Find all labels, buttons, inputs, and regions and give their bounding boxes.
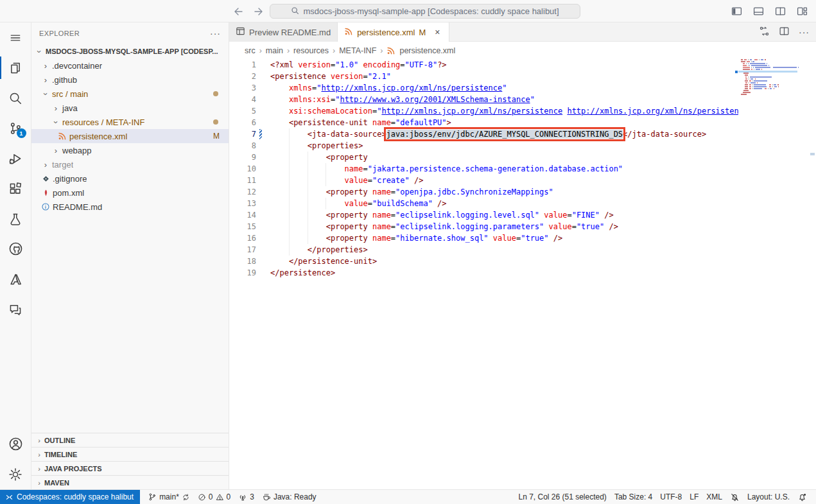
code-line-10[interactable]: 10 name="jakarta.persistence.schema-gene… — [229, 163, 738, 175]
do-not-disturb-icon[interactable] — [730, 492, 740, 502]
code-line-14[interactable]: 14 <property name="eclipselink.logging.l… — [229, 209, 738, 221]
panel-label: OUTLINE — [44, 437, 75, 444]
code-line-7[interactable]: 7 <jta-data-source>java:jboss/env/jdbc/A… — [229, 128, 738, 140]
tree-item-github[interactable]: .github — [31, 73, 229, 87]
comments-icon[interactable] — [0, 294, 31, 324]
explorer-actions-icon[interactable]: ··· — [210, 28, 221, 39]
explorer-icon[interactable] — [0, 53, 31, 83]
open-changes-icon[interactable] — [759, 26, 770, 39]
language-mode-status[interactable]: XML — [706, 492, 722, 501]
breadcrumb-item-main[interactable]: main — [266, 46, 283, 55]
chevron-down-icon — [34, 47, 44, 56]
tree-item-devcontainer[interactable]: .devcontainer — [31, 58, 229, 73]
tree-item-msdocs-jboss-mysql-sample-app-codesp[interactable]: MSDOCS-JBOSS-MYSQL-SAMPLE-APP [CODESP... — [31, 44, 229, 58]
keyboard-layout-status[interactable]: Layout: U.S. — [747, 492, 790, 501]
command-center-text: msdocs-jboss-mysql-sample-app [Codespace… — [303, 6, 559, 16]
line-number: 10 — [229, 163, 256, 175]
xml-file-icon — [56, 132, 68, 141]
tree-item-webapp[interactable]: webapp — [31, 143, 229, 157]
code-line-17[interactable]: 17 </properties> — [229, 244, 738, 256]
line-number: 2 — [229, 71, 256, 82]
tab-label: Preview README.md — [249, 28, 331, 37]
code-line-4[interactable]: 4 xmlns:xsi="http://www.w3.org/2001/XMLS… — [229, 94, 738, 105]
line-number: 12 — [229, 186, 256, 198]
code-line-3[interactable]: 3 xmlns="http://xmlns.jcp.org/xml/ns/per… — [229, 82, 738, 94]
problems-status[interactable]: 0 0 — [198, 492, 230, 501]
code-editor[interactable]: 1<?xml version="1.0" encoding="UTF-8"?>2… — [229, 59, 738, 489]
indent-guide — [289, 244, 290, 256]
code-line-19[interactable]: 19</persistence> — [229, 267, 738, 279]
customize-layout-icon[interactable] — [795, 4, 808, 17]
code-line-12[interactable]: 12 <property name="openjpa.jdbc.Synchron… — [229, 186, 738, 198]
code-line-9[interactable]: 9 <property — [229, 152, 738, 163]
tree-item-resources-meta-inf[interactable]: resources / META-INF — [31, 115, 229, 129]
more-actions-icon[interactable]: ··· — [799, 27, 810, 37]
tree-item-gitignore[interactable]: .gitignore — [31, 171, 229, 186]
code-line-16[interactable]: 16 <property name="hibernate.show_sql" v… — [229, 232, 738, 244]
github-icon[interactable] — [0, 234, 31, 264]
chevron-right-icon — [34, 437, 44, 444]
forward-icon[interactable] — [252, 4, 266, 19]
ports-status[interactable]: 3 — [238, 492, 254, 501]
run-debug-icon[interactable] — [0, 143, 31, 173]
split-editor-icon[interactable] — [779, 26, 790, 39]
cursor-position-status[interactable]: Ln 7, Col 26 (51 selected) — [518, 492, 606, 501]
breadcrumb-item-resources[interactable]: resources — [293, 46, 329, 55]
code-line-1[interactable]: 1<?xml version="1.0" encoding="UTF-8"?> — [229, 59, 738, 71]
code-line-2[interactable]: 2<persistence version="2.1" — [229, 71, 738, 82]
info-file-icon — [41, 202, 50, 211]
back-icon[interactable] — [231, 4, 245, 19]
breadcrumb-item-src[interactable]: src — [245, 46, 256, 55]
remote-indicator[interactable]: Codespaces: cuddly space halibut — [0, 490, 140, 504]
source-control-icon[interactable]: 1 — [0, 113, 31, 143]
tree-item-label: webapp — [61, 146, 92, 155]
tree-item-java[interactable]: java — [31, 101, 229, 115]
tree-item-target[interactable]: target — [31, 157, 229, 171]
code-line-13[interactable]: 13 value="buildSchema" /> — [229, 198, 738, 209]
menu-icon[interactable] — [0, 22, 31, 53]
close-tab-icon[interactable]: × — [432, 27, 442, 37]
panel-timeline[interactable]: TIMELINE — [31, 447, 229, 461]
testing-flask-icon[interactable] — [0, 204, 31, 234]
tree-item-pom-xml[interactable]: pom.xml — [31, 186, 229, 200]
extensions-icon[interactable] — [0, 173, 31, 204]
indent-guide — [308, 221, 308, 232]
notifications-bell-icon[interactable] — [797, 492, 807, 502]
panel-java-projects[interactable]: JAVA PROJECTS — [31, 461, 229, 475]
code-line-5[interactable]: 5 xsi:schemaLocation="http://xmlns.jcp.o… — [229, 105, 738, 117]
tab-size-status[interactable]: Tab Size: 4 — [614, 492, 652, 501]
eol-status[interactable]: LF — [690, 492, 699, 501]
breadcrumb-item-persistence-xml[interactable]: persistence.xml — [399, 46, 455, 55]
tree-item-src-main[interactable]: src / main — [31, 87, 229, 101]
code-line-15[interactable]: 15 <property name="eclipselink.logging.p… — [229, 221, 738, 232]
toggle-panel-icon[interactable] — [752, 4, 765, 17]
split-editor-layout-icon[interactable] — [774, 4, 786, 17]
vscode-window: msdocs-jboss-mysql-sample-app [Codespace… — [0, 0, 816, 504]
panel-outline[interactable]: OUTLINE — [31, 433, 229, 447]
indent-guide — [308, 209, 308, 221]
panel-maven[interactable]: MAVEN — [31, 475, 229, 489]
toggle-sidebar-icon[interactable] — [730, 4, 743, 17]
modified-gutter-marker — [259, 129, 262, 139]
tree-item-label: MSDOCS-JBOSS-MYSQL-SAMPLE-APP [CODESP... — [44, 48, 218, 55]
tab-preview-readme[interactable]: Preview README.md — [229, 22, 338, 42]
search-activity-icon[interactable] — [0, 83, 31, 113]
minimap[interactable] — [738, 59, 800, 136]
tree-item-readme-md[interactable]: README.md — [31, 200, 229, 214]
code-line-18[interactable]: 18 </persistence-unit> — [229, 256, 738, 267]
code-line-11[interactable]: 11 value="create" /> — [229, 175, 738, 186]
settings-gear-icon[interactable] — [0, 459, 31, 489]
azure-icon[interactable] — [0, 264, 31, 294]
branch-status[interactable]: main* — [148, 492, 190, 501]
account-icon[interactable] — [0, 429, 31, 459]
minimap-modified-marker — [735, 71, 738, 73]
code-line-6[interactable]: 6 <persistence-unit name="defaultPU"> — [229, 117, 738, 128]
command-center-search[interactable]: msdocs-jboss-mysql-sample-app [Codespace… — [270, 4, 580, 19]
tree-item-label: resources / META-INF — [61, 117, 144, 127]
encoding-status[interactable]: UTF-8 — [660, 492, 682, 501]
java-status[interactable]: Java: Ready — [262, 492, 317, 501]
code-line-8[interactable]: 8 <properties> — [229, 140, 738, 152]
tree-item-persistence-xml[interactable]: persistence.xmlM — [31, 129, 229, 143]
tab-persistence-xml[interactable]: persistence.xml M × — [338, 22, 449, 42]
breadcrumb-item-meta-inf[interactable]: META-INF — [339, 46, 376, 55]
